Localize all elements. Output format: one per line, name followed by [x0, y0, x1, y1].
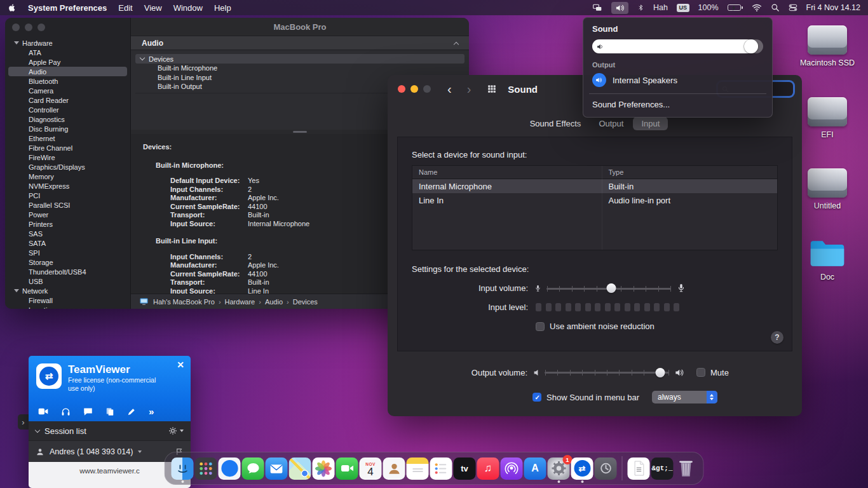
pen-icon[interactable]: [127, 407, 136, 416]
menu-bar-clock[interactable]: Fri 4 Nov 14.12: [806, 3, 860, 12]
sidebar-item-sata[interactable]: SATA: [5, 238, 130, 248]
sidebar-item-firewall[interactable]: Firewall: [5, 295, 130, 305]
desktop-volume-efi[interactable]: EFI: [797, 91, 857, 139]
notes-app-icon[interactable]: [407, 458, 429, 480]
breadcrumb-root[interactable]: Hah's MacBook Pro: [153, 298, 215, 306]
contacts-app-icon[interactable]: [383, 458, 405, 480]
zoom-button[interactable]: [37, 24, 45, 31]
breadcrumb-hardware[interactable]: Hardware: [225, 298, 255, 306]
sidebar-item-diagnostics[interactable]: Diagnostics: [5, 114, 130, 124]
sidebar-item-bluetooth[interactable]: Bluetooth: [5, 76, 130, 86]
reminders-app-icon[interactable]: [430, 458, 452, 480]
teamviewer-collapse-tab[interactable]: [18, 414, 29, 430]
trash-icon[interactable]: [675, 458, 697, 480]
spotlight-icon[interactable]: [771, 3, 780, 12]
gear-icon[interactable]: [168, 426, 177, 435]
tab-sound-effects[interactable]: Sound Effects: [522, 117, 590, 130]
chat-icon[interactable]: [83, 407, 93, 416]
generic-app-icon[interactable]: [595, 458, 617, 480]
tab-output[interactable]: Output: [590, 117, 632, 130]
appstore-app-icon[interactable]: A: [524, 458, 546, 480]
user-menu[interactable]: Hah: [653, 3, 668, 12]
desktop-folder-doc[interactable]: Doc: [797, 233, 857, 281]
output-device-row[interactable]: Internal Speakers: [592, 73, 763, 87]
podcasts-app-icon[interactable]: [501, 458, 523, 480]
sidebar-item-audio-selected[interactable]: Audio: [8, 67, 127, 76]
sidebar-item-locations[interactable]: Locations: [5, 305, 130, 309]
sidebar-item-controller[interactable]: Controller: [5, 105, 130, 114]
volume-menu-extra-active[interactable]: [611, 2, 628, 14]
menu-edit[interactable]: Edit: [118, 3, 132, 13]
more-tools-icon[interactable]: [149, 406, 154, 417]
zoom-button[interactable]: [423, 85, 431, 93]
show-all-grid-icon[interactable]: [487, 85, 496, 93]
display-mirroring-icon[interactable]: [592, 3, 602, 13]
sidebar-item-memory[interactable]: Memory: [5, 172, 130, 181]
table-row-line-in[interactable]: Line In Audio line-in port: [412, 193, 777, 207]
messages-app-icon[interactable]: [242, 458, 264, 480]
apple-menu-icon[interactable]: [8, 3, 17, 12]
breadcrumb[interactable]: Hah's MacBook Pro Hardware Audio Devices: [153, 298, 318, 306]
desktop-volume-untitled[interactable]: Untitled: [797, 162, 857, 210]
menu-help[interactable]: Help: [214, 3, 231, 13]
help-button[interactable]: ?: [771, 331, 783, 344]
sidebar-item-ata[interactable]: ATA: [5, 48, 130, 57]
wifi-icon[interactable]: [752, 4, 762, 12]
sidebar-item-fibre-channel[interactable]: Fibre Channel: [5, 143, 130, 152]
table-row-internal-microphone[interactable]: Internal Microphone Built-in: [412, 179, 777, 193]
device-row-built-in-microphone[interactable]: Built-in Microphone: [135, 64, 465, 73]
sidebar-item-usb[interactable]: USB: [5, 276, 130, 286]
sidebar-item-thunderbolt-usb4[interactable]: Thunderbolt/USB4: [5, 267, 130, 276]
mute-checkbox[interactable]: [696, 368, 705, 377]
desktop-volume-macintosh-ssd[interactable]: Macintosh SSD: [797, 19, 857, 67]
input-source-menu[interactable]: US: [677, 4, 689, 12]
breadcrumb-audio[interactable]: Audio: [265, 298, 283, 306]
sidebar-item-power[interactable]: Power: [5, 210, 130, 219]
headset-icon[interactable]: [61, 407, 71, 416]
maps-app-icon[interactable]: [289, 458, 311, 480]
show-sound-in-menu-bar-checkbox[interactable]: [532, 393, 541, 402]
sidebar-item-sas[interactable]: SAS: [5, 229, 130, 238]
column-header-name[interactable]: Name: [412, 168, 602, 176]
control-center-icon[interactable]: [789, 3, 797, 12]
sidebar-item-disc-burning[interactable]: Disc Burning: [5, 124, 130, 133]
launchpad-app-icon[interactable]: [195, 458, 217, 480]
sidebar-item-apple-pay[interactable]: Apple Pay: [5, 57, 130, 67]
calendar-app-icon[interactable]: NOV4: [360, 458, 382, 480]
sidebar-section-hardware[interactable]: Hardware: [5, 38, 130, 48]
slider-knob[interactable]: [744, 39, 758, 53]
close-button[interactable]: [398, 85, 405, 93]
sidebar-item-camera[interactable]: Camera: [5, 86, 130, 95]
minimize-button[interactable]: [410, 85, 418, 93]
devices-group-row[interactable]: Devices: [135, 54, 465, 64]
sidebar-item-graphics-displays[interactable]: Graphics/Displays: [5, 162, 130, 172]
document-icon[interactable]: [628, 458, 650, 480]
mail-app-icon[interactable]: [266, 458, 288, 480]
menu-bar-mode-popup[interactable]: always: [652, 391, 717, 403]
bluetooth-icon[interactable]: [637, 3, 644, 12]
audio-section-header[interactable]: Audio: [131, 36, 469, 50]
safari-app-icon[interactable]: [219, 458, 241, 480]
back-button[interactable]: [447, 83, 452, 95]
tab-input[interactable]: Input: [633, 117, 668, 130]
input-volume-slider[interactable]: [546, 283, 671, 294]
sound-preferences-menu-item[interactable]: Sound Preferences...: [592, 100, 763, 109]
forward-button[interactable]: [467, 83, 471, 95]
system-preferences-app-icon[interactable]: 1: [548, 458, 570, 480]
sidebar-item-card-reader[interactable]: Card Reader: [5, 95, 130, 105]
sidebar-item-spi[interactable]: SPI: [5, 248, 130, 257]
copy-icon[interactable]: [105, 407, 114, 416]
close-button[interactable]: [12, 24, 20, 31]
output-volume-slider[interactable]: [545, 367, 669, 377]
sidebar-item-pci[interactable]: PCI: [5, 191, 130, 200]
popover-volume-slider[interactable]: [592, 39, 763, 53]
sidebar-section-network[interactable]: Network: [5, 286, 130, 295]
sidebar-item-nvmexpress[interactable]: NVMExpress: [5, 181, 130, 191]
sidebar-item-printers[interactable]: Printers: [5, 219, 130, 229]
battery-icon[interactable]: [728, 4, 743, 11]
slider-knob[interactable]: [656, 368, 665, 377]
sidebar-item-storage[interactable]: Storage: [5, 257, 130, 267]
tv-app-icon[interactable]: tv: [454, 458, 476, 480]
slider-knob[interactable]: [606, 283, 616, 293]
sidebar-item-parallel-scsi[interactable]: Parallel SCSI: [5, 200, 130, 210]
